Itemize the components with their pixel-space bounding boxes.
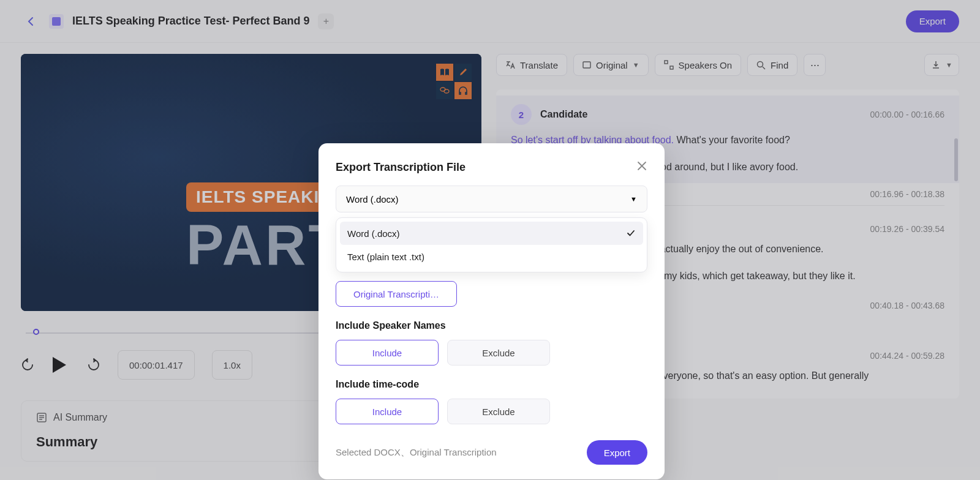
speaker-include-chip[interactable]: Include <box>336 340 439 366</box>
format-select[interactable]: Word (.docx) ▼ <box>336 186 647 212</box>
format-dropdown: Word (.docx) Text (plain text .txt) <box>336 217 647 272</box>
format-select-value: Word (.docx) <box>346 194 399 204</box>
modal-title: Export Transcription File <box>336 161 466 174</box>
timecode-label: Include time-code <box>336 379 647 390</box>
export-button-modal[interactable]: Export <box>587 440 647 465</box>
export-modal: Export Transcription File Word (.docx) ▼… <box>318 143 665 479</box>
timecode-exclude-chip[interactable]: Exclude <box>447 399 550 424</box>
timecode-include-chip[interactable]: Include <box>336 399 439 424</box>
close-button[interactable] <box>636 160 647 174</box>
format-option-docx[interactable]: Word (.docx) <box>340 222 643 245</box>
speaker-exclude-chip[interactable]: Exclude <box>447 340 550 366</box>
format-option-txt[interactable]: Text (plain text .txt) <box>340 245 643 268</box>
check-icon <box>626 228 636 238</box>
speaker-names-label: Include Speaker Names <box>336 320 647 331</box>
original-transcription-chip[interactable]: Original Transcripti… <box>336 281 457 307</box>
selection-summary: Selected DOCX、Original Transcription <box>336 447 497 459</box>
chevron-down-icon: ▼ <box>630 195 637 203</box>
